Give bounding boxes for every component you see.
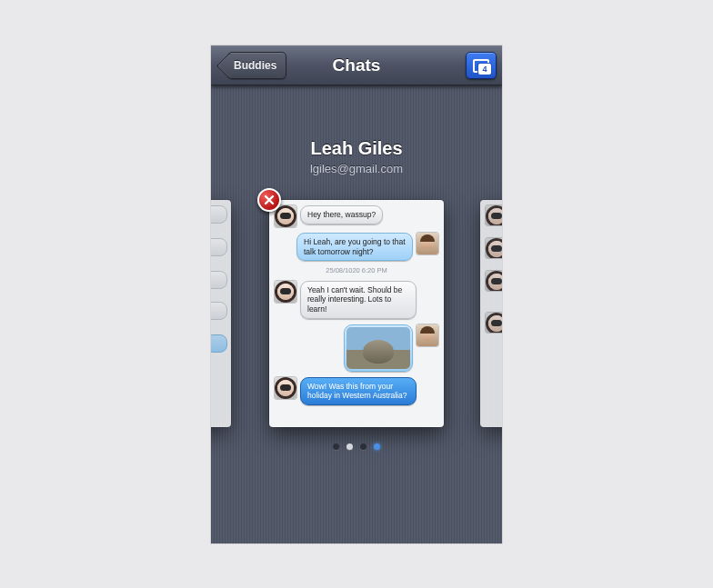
chat-card-prev[interactable] [211,200,231,427]
page-dot-active[interactable] [346,443,353,450]
contact-name: Leah Giles [211,138,502,159]
page-indicator [211,443,502,450]
page-dot[interactable] [374,443,380,450]
avatar [486,271,502,291]
avatar-brent [417,324,438,346]
window-switcher-button[interactable] [466,52,497,79]
photo-attachment [346,327,410,369]
message-bubble: Wow! Was this from your holiday in Weste… [300,377,417,405]
page-dot[interactable] [333,443,339,450]
message-row: Hey there, wassup? [275,205,438,227]
message-image-bubble [344,324,413,372]
avatar-leah [275,281,296,303]
message-row: Hi Leah, are you going to that talk tomo… [275,233,438,261]
message-row: Wow! Was this from your holiday in Weste… [275,377,438,405]
chat-card-current[interactable]: Hey there, wassup? Hi Leah, are you goin… [269,200,444,427]
contact-email: lgiles@gmail.com [211,162,502,175]
avatar [486,238,502,258]
timestamp-divider: 25/08/1020 6:20 PM [275,266,438,274]
message-row [275,324,438,372]
message-bubble: Hi Leah, are you going to that talk tomo… [296,233,413,261]
close-icon [264,194,275,205]
avatar-brent [417,233,438,254]
avatar [486,313,502,333]
windows-icon [473,59,489,73]
conversation-thread: Hey there, wassup? Hi Leah, are you goin… [269,200,444,416]
avatar [486,205,502,225]
message-bubble: Yeah I can't wait. Should be really inte… [300,281,417,319]
back-button-label: Buddies [234,59,276,72]
phone-screen: Buddies Chats Leah Giles lgiles@gmail.co… [211,45,502,543]
avatar-leah [275,377,296,399]
page-dot[interactable] [360,443,367,450]
avatar-leah [275,205,296,227]
back-button[interactable]: Buddies [227,52,286,79]
chat-card-stage: Leah Giles lgiles@gmail.com Hitor [211,85,502,543]
close-chat-button[interactable] [257,188,281,212]
message-row: Yeah I can't wait. Should be really inte… [275,281,438,319]
chat-card-next[interactable]: Hitor [480,200,502,427]
navbar: Buddies Chats [211,45,502,85]
message-bubble: Hey there, wassup? [300,205,383,224]
